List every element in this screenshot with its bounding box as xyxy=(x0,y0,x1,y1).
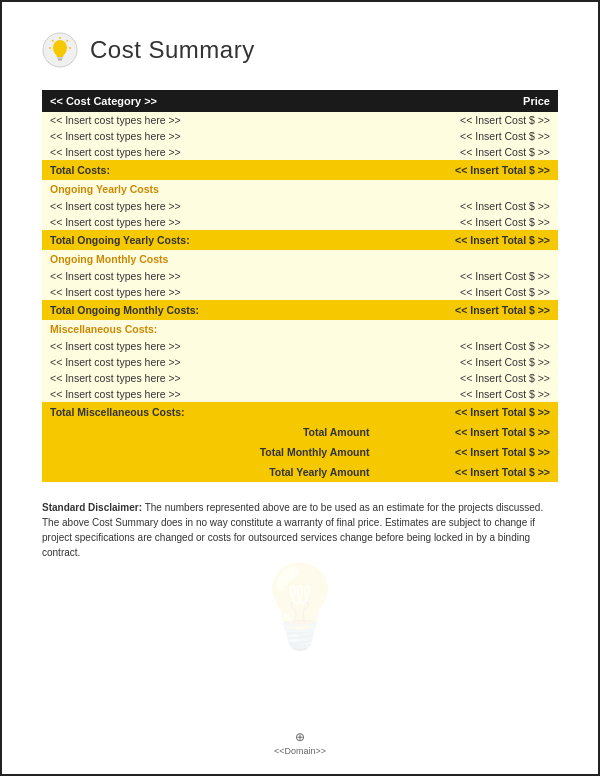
svg-line-7 xyxy=(67,40,69,42)
cost-table: << Cost Category >> Price << Insert cost… xyxy=(42,90,558,482)
table-row: << Insert cost types here >><< Insert Co… xyxy=(42,284,558,300)
row-category: Total Costs: xyxy=(42,160,377,180)
total-value: << Insert Total $ >> xyxy=(377,462,558,482)
row-category: << Insert cost types here >> xyxy=(42,268,377,284)
row-category: Total Ongoing Monthly Costs: xyxy=(42,300,377,320)
svg-point-1 xyxy=(53,40,67,56)
row-category: << Insert cost types here >> xyxy=(42,198,377,214)
page: Cost Summary << Cost Category >> Price <… xyxy=(0,0,600,776)
row-price xyxy=(377,250,558,268)
page-title: Cost Summary xyxy=(90,36,255,64)
row-category: Miscellaneous Costs: xyxy=(42,320,377,338)
row-price: << Insert Cost $ >> xyxy=(377,214,558,230)
row-category: << Insert cost types here >> xyxy=(42,284,377,300)
total-row: Total Yearly Amount<< Insert Total $ >> xyxy=(42,462,558,482)
row-price: << Insert Total $ >> xyxy=(377,160,558,180)
row-price: << Insert Cost $ >> xyxy=(377,338,558,354)
header-category: << Cost Category >> xyxy=(42,90,377,112)
table-row: Ongoing Monthly Costs xyxy=(42,250,558,268)
row-category: Ongoing Yearly Costs xyxy=(42,180,377,198)
row-price: << Insert Total $ >> xyxy=(377,300,558,320)
total-label: Total Amount xyxy=(42,422,377,442)
total-value: << Insert Total $ >> xyxy=(377,422,558,442)
table-row: << Insert cost types here >><< Insert Co… xyxy=(42,354,558,370)
table-row: Total Ongoing Monthly Costs:<< Insert To… xyxy=(42,300,558,320)
svg-line-6 xyxy=(52,40,54,42)
total-value: << Insert Total $ >> xyxy=(377,442,558,462)
row-category: Ongoing Monthly Costs xyxy=(42,250,377,268)
table-row: << Insert cost types here >><< Insert Co… xyxy=(42,386,558,402)
table-row: << Insert cost types here >><< Insert Co… xyxy=(42,112,558,128)
row-price: << Insert Cost $ >> xyxy=(377,112,558,128)
table-row: << Insert cost types here >><< Insert Co… xyxy=(42,144,558,160)
footer-domain: <<Domain>> xyxy=(274,746,326,756)
total-row: Total Amount<< Insert Total $ >> xyxy=(42,422,558,442)
row-price: << Insert Cost $ >> xyxy=(377,268,558,284)
row-price: << Insert Cost $ >> xyxy=(377,198,558,214)
disclaimer: Standard Disclaimer: The numbers represe… xyxy=(42,500,558,560)
table-row: Ongoing Yearly Costs xyxy=(42,180,558,198)
table-row: Total Ongoing Yearly Costs:<< Insert Tot… xyxy=(42,230,558,250)
row-category: << Insert cost types here >> xyxy=(42,214,377,230)
row-category: << Insert cost types here >> xyxy=(42,128,377,144)
table-row: << Insert cost types here >><< Insert Co… xyxy=(42,370,558,386)
total-row: Total Monthly Amount<< Insert Total $ >> xyxy=(42,442,558,462)
row-category: << Insert cost types here >> xyxy=(42,386,377,402)
table-row: << Insert cost types here >><< Insert Co… xyxy=(42,338,558,354)
row-price: << Insert Cost $ >> xyxy=(377,354,558,370)
table-row: Total Miscellaneous Costs:<< Insert Tota… xyxy=(42,402,558,422)
footer: ⊕ <<Domain>> xyxy=(2,730,598,756)
page-header: Cost Summary xyxy=(42,32,558,68)
watermark: 💡 xyxy=(250,560,350,654)
row-price: << Insert Total $ >> xyxy=(377,402,558,422)
row-category: << Insert cost types here >> xyxy=(42,144,377,160)
bulb-icon xyxy=(42,32,78,68)
table-header-row: << Cost Category >> Price xyxy=(42,90,558,112)
table-row: Total Costs:<< Insert Total $ >> xyxy=(42,160,558,180)
row-category: << Insert cost types here >> xyxy=(42,338,377,354)
row-price: << Insert Cost $ >> xyxy=(377,370,558,386)
row-price xyxy=(377,180,558,198)
table-row: << Insert cost types here >><< Insert Co… xyxy=(42,214,558,230)
row-price: << Insert Cost $ >> xyxy=(377,284,558,300)
total-label: Total Yearly Amount xyxy=(42,462,377,482)
row-price: << Insert Cost $ >> xyxy=(377,128,558,144)
row-price: << Insert Total $ >> xyxy=(377,230,558,250)
svg-rect-2 xyxy=(57,54,64,57)
row-price: << Insert Cost $ >> xyxy=(377,144,558,160)
row-category: << Insert cost types here >> xyxy=(42,354,377,370)
footer-icon: ⊕ xyxy=(2,730,598,744)
row-category: Total Ongoing Yearly Costs: xyxy=(42,230,377,250)
table-row: << Insert cost types here >><< Insert Co… xyxy=(42,198,558,214)
table-row: << Insert cost types here >><< Insert Co… xyxy=(42,268,558,284)
table-row: << Insert cost types here >><< Insert Co… xyxy=(42,128,558,144)
row-category: << Insert cost types here >> xyxy=(42,370,377,386)
row-category: Total Miscellaneous Costs: xyxy=(42,402,377,422)
total-label: Total Monthly Amount xyxy=(42,442,377,462)
header-price: Price xyxy=(377,90,558,112)
row-price: << Insert Cost $ >> xyxy=(377,386,558,402)
svg-rect-3 xyxy=(57,57,63,59)
row-price xyxy=(377,320,558,338)
svg-rect-4 xyxy=(58,59,62,61)
disclaimer-bold: Standard Disclaimer: xyxy=(42,502,142,513)
row-category: << Insert cost types here >> xyxy=(42,112,377,128)
table-row: Miscellaneous Costs: xyxy=(42,320,558,338)
